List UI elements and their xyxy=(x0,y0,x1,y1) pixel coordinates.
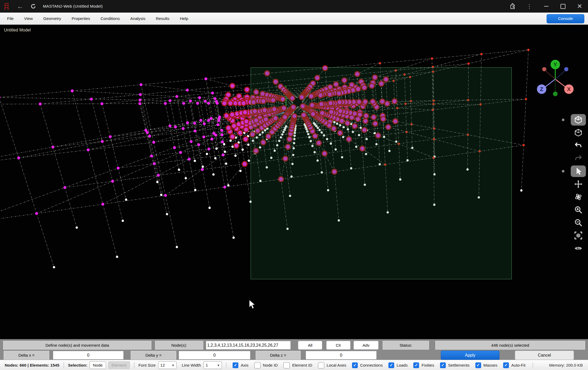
delta-z-label: Delta z = xyxy=(256,351,301,360)
app-logo-icon xyxy=(4,3,9,10)
checkbox-axis[interactable]: ✓Axis xyxy=(233,362,248,368)
status-bar: Nodes: 660 | Elements: 1545 Selection: N… xyxy=(0,360,588,370)
svg-text:X: X xyxy=(567,86,571,92)
maximize-icon[interactable] xyxy=(554,0,571,13)
checkbox-fixities[interactable]: ✓Fixities xyxy=(413,362,434,368)
unchecked-icon[interactable] xyxy=(283,362,290,368)
redo-icon xyxy=(574,154,583,163)
status-label: Status: xyxy=(383,341,429,350)
nodes-input[interactable]: 1,2,3,4,12,13,14,15,16,23,24,25,26,27 xyxy=(206,341,291,350)
menu-item-geometry[interactable]: Geometry xyxy=(40,16,64,21)
menu-item-file[interactable]: File xyxy=(4,16,17,21)
select-cursor-icon xyxy=(574,167,583,176)
checked-icon[interactable]: ✓ xyxy=(413,362,419,368)
zoom-fit-button[interactable] xyxy=(571,230,586,241)
apply-button[interactable]: Apply xyxy=(441,351,499,360)
pan-icon xyxy=(574,180,583,189)
font-size-value: 12 xyxy=(160,363,165,368)
zoom-out-button[interactable] xyxy=(571,217,586,228)
checkbox-label: Axis xyxy=(241,363,248,368)
zoom-in-icon xyxy=(574,205,583,214)
status-value: 446 node(s) selected xyxy=(435,341,585,350)
delta-x-input[interactable]: 0 xyxy=(53,351,124,360)
checkbox-element-id[interactable]: Element ID xyxy=(283,362,312,368)
delta-y-label: Delta y = xyxy=(131,351,176,360)
back-icon[interactable]: ← xyxy=(17,3,24,10)
divider xyxy=(64,362,64,368)
chevron-down-icon: ▼ xyxy=(217,364,220,367)
checkbox-auto-fit[interactable]: ✓Auto-Fit xyxy=(503,362,525,368)
orbit-button[interactable] xyxy=(571,191,586,203)
menu-item-help[interactable]: Help xyxy=(177,16,192,21)
reload-icon[interactable] xyxy=(30,3,36,9)
view-cube-wire-icon xyxy=(574,128,583,137)
checked-icon[interactable]: ✓ xyxy=(475,362,481,368)
menu-item-properties[interactable]: Properties xyxy=(68,16,94,21)
checkbox-connections[interactable]: ✓Connections xyxy=(352,362,383,368)
checked-icon[interactable]: ✓ xyxy=(503,362,509,368)
menu-item-results[interactable]: Results xyxy=(152,16,173,21)
svg-text:Y: Y xyxy=(553,61,557,67)
pan-button[interactable] xyxy=(571,178,586,190)
view-cube-solid-button[interactable] xyxy=(571,114,586,126)
zoom-in-button[interactable] xyxy=(571,204,586,216)
cancel-button[interactable]: Cancel xyxy=(515,351,574,360)
browser-menu-icon[interactable]: ⋮ xyxy=(521,0,538,13)
console-button[interactable]: Console xyxy=(547,14,584,23)
line-width-select[interactable]: 1 ▼ xyxy=(204,361,222,369)
checkbox-label: Element ID xyxy=(292,363,312,368)
selection-mode-node[interactable]: Node xyxy=(90,361,106,369)
view-cube-solid-icon xyxy=(574,115,583,124)
checkbox-label: Connections xyxy=(360,363,383,368)
checkbox-node-id[interactable]: Node ID xyxy=(254,362,278,368)
delta-x-label: Delta x = xyxy=(4,351,49,360)
svg-text:Z: Z xyxy=(540,86,543,92)
menu-item-conditions[interactable]: Conditions xyxy=(97,16,123,21)
checked-icon[interactable]: ✓ xyxy=(440,362,446,368)
close-icon[interactable]: ✕ xyxy=(571,0,588,13)
undo-icon xyxy=(574,141,583,150)
checkbox-settlements[interactable]: ✓Settlements xyxy=(440,362,470,368)
unchecked-icon[interactable] xyxy=(318,362,324,368)
checkbox-label: Auto-Fit xyxy=(511,363,525,368)
view-cube-wire-button[interactable] xyxy=(571,127,586,138)
visibility-button[interactable] xyxy=(571,243,586,254)
checked-icon[interactable]: ✓ xyxy=(388,362,394,368)
menu-item-view[interactable]: View xyxy=(21,16,36,21)
divider xyxy=(533,362,533,368)
font-size-select[interactable]: 12 ▼ xyxy=(158,361,177,369)
select-all-button[interactable]: All xyxy=(298,341,322,350)
checkbox-loads[interactable]: ✓Loads xyxy=(388,362,408,368)
checkbox-local-axes[interactable]: Local Axes xyxy=(318,362,346,368)
active-indicator-dot xyxy=(562,119,564,121)
title-bar: ← MASTAN2-Web (Untitled Model) ⋮ ✕ xyxy=(0,0,588,13)
selection-mode-element[interactable]: Element xyxy=(108,361,130,369)
model-viewport[interactable]: Untitled Model Y X Z xyxy=(0,25,588,339)
checkbox-masses[interactable]: ✓Masses xyxy=(475,362,497,368)
selection-rectangle xyxy=(251,67,512,279)
minimize-icon[interactable] xyxy=(538,0,554,13)
checkbox-label: Loads xyxy=(397,363,408,368)
model-name-label: Untitled Model xyxy=(4,28,31,33)
axis-triad: Y X Z xyxy=(533,56,580,98)
delta-z-input[interactable]: 0 xyxy=(306,351,377,360)
visibility-icon xyxy=(574,244,583,253)
redo-button[interactable] xyxy=(571,153,586,164)
extensions-icon[interactable] xyxy=(504,0,521,13)
menu-bar: FileViewGeometryPropertiesConditionsAnal… xyxy=(0,13,588,25)
selection-label: Selection: xyxy=(68,363,87,368)
orbit-icon xyxy=(574,192,583,201)
divider xyxy=(134,362,134,368)
advanced-button[interactable]: Adv xyxy=(354,341,378,350)
delta-y-input[interactable]: 0 xyxy=(179,351,250,360)
unchecked-icon[interactable] xyxy=(254,362,261,368)
menu-item-analysis[interactable]: Analysis xyxy=(127,16,149,21)
edit-panel: Define node(s) and movement data Node(s)… xyxy=(0,339,588,360)
clear-selection-button[interactable]: Clr xyxy=(326,341,350,350)
select-cursor-button[interactable] xyxy=(571,165,586,177)
checkbox-label: Fixities xyxy=(421,363,434,368)
nodes-label: Node(s): xyxy=(155,341,203,350)
checked-icon[interactable]: ✓ xyxy=(352,362,358,368)
undo-button[interactable] xyxy=(571,140,586,151)
checked-icon[interactable]: ✓ xyxy=(233,362,238,368)
